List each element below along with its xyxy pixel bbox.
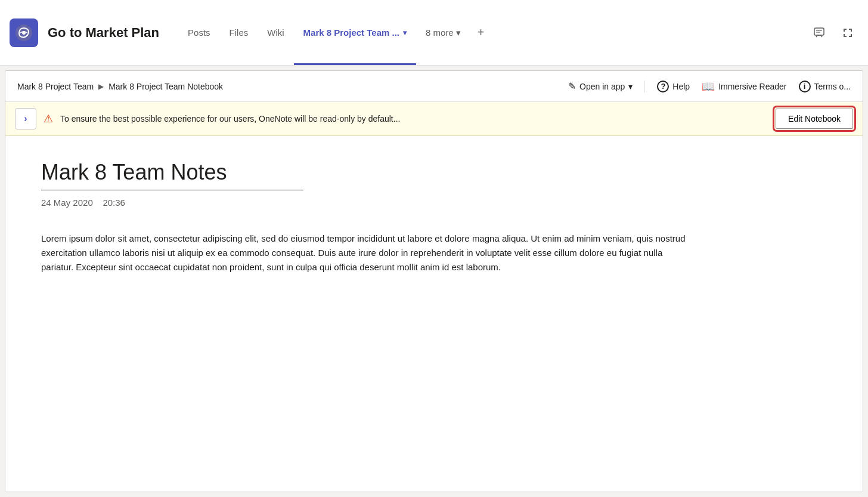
document-body: Lorem ipsum dolor sit amet, consectetur … bbox=[41, 231, 697, 274]
info-icon: i bbox=[799, 81, 811, 92]
terms-button[interactable]: i Terms o... bbox=[799, 81, 851, 92]
chevron-down-icon: ▾ bbox=[403, 29, 407, 37]
add-tab-button[interactable]: + bbox=[470, 0, 492, 65]
more-chevron-icon: ▾ bbox=[456, 27, 461, 38]
expand-icon-button[interactable] bbox=[837, 22, 858, 44]
inner-toolbar: Mark 8 Project Team ▶ Mark 8 Project Tea… bbox=[5, 71, 863, 102]
document-title: Mark 8 Team Notes bbox=[41, 160, 827, 185]
warning-message: To ensure the best possible experience f… bbox=[60, 114, 768, 124]
help-icon: ? bbox=[657, 81, 669, 92]
immersive-reader-button[interactable]: 📖 Immersive Reader bbox=[702, 80, 786, 93]
app-logo bbox=[10, 18, 38, 47]
warning-banner: › ⚠ To ensure the best possible experien… bbox=[5, 102, 863, 136]
document-area: Mark 8 Team Notes 24 May 2020 20:36 Lore… bbox=[5, 136, 863, 492]
open-in-app-button[interactable]: ✎ Open in app ▾ bbox=[568, 81, 633, 92]
tab-mark8[interactable]: Mark 8 Project Team ... ▾ bbox=[294, 0, 416, 65]
breadcrumb-child[interactable]: Mark 8 Project Team Notebook bbox=[108, 82, 223, 91]
svg-point-1 bbox=[22, 31, 26, 35]
chat-icon-button[interactable] bbox=[808, 22, 830, 44]
breadcrumb-separator-icon: ▶ bbox=[98, 82, 104, 91]
edit-notebook-button[interactable]: Edit Notebook bbox=[776, 109, 853, 129]
title-underline bbox=[41, 190, 303, 190]
top-bar: Go to Market Plan Posts Files Wiki Mark … bbox=[0, 0, 868, 66]
svg-rect-2 bbox=[814, 28, 824, 35]
breadcrumb-root[interactable]: Mark 8 Project Team bbox=[17, 82, 94, 91]
nav-tabs: Posts Files Wiki Mark 8 Project Team ...… bbox=[178, 0, 808, 65]
toolbar-divider-1 bbox=[644, 81, 645, 92]
breadcrumb: Mark 8 Project Team ▶ Mark 8 Project Tea… bbox=[17, 82, 223, 91]
document-date: 24 May 2020 20:36 bbox=[41, 197, 827, 208]
tab-posts[interactable]: Posts bbox=[178, 0, 220, 65]
content-area: Mark 8 Project Team ▶ Mark 8 Project Tea… bbox=[0, 66, 868, 497]
tab-files[interactable]: Files bbox=[220, 0, 258, 65]
immersive-reader-icon: 📖 bbox=[702, 80, 715, 93]
open-in-app-chevron-icon: ▾ bbox=[628, 82, 633, 91]
main-frame: Mark 8 Project Team ▶ Mark 8 Project Tea… bbox=[5, 70, 863, 492]
help-button[interactable]: ? Help bbox=[657, 81, 690, 92]
app-title: Go to Market Plan bbox=[48, 25, 159, 41]
toolbar-right: ✎ Open in app ▾ ? Help 📖 Immersive Reade… bbox=[568, 80, 851, 93]
warning-toggle-button[interactable]: › bbox=[15, 108, 36, 129]
tab-wiki[interactable]: Wiki bbox=[258, 0, 293, 65]
pencil-icon: ✎ bbox=[568, 81, 576, 92]
chevron-right-icon: › bbox=[24, 113, 27, 124]
tab-more[interactable]: 8 more ▾ bbox=[416, 0, 470, 65]
warning-triangle-icon: ⚠ bbox=[44, 112, 53, 125]
top-bar-right bbox=[808, 22, 858, 44]
